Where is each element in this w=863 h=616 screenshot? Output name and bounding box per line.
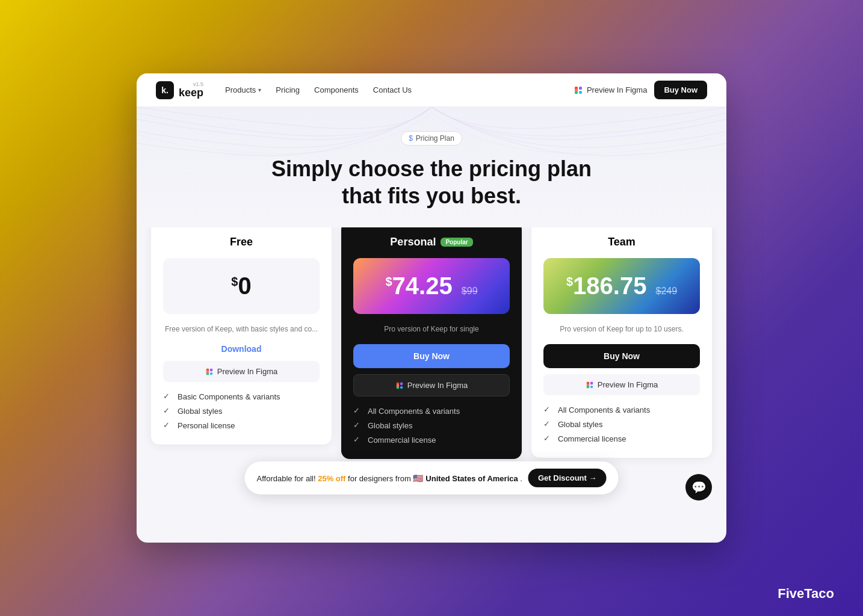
pricing-section: Free $0 Free version of Keep, with basic… [137, 221, 726, 477]
figma-icon-free [205, 368, 214, 376]
chat-bubble-button[interactable]: 💬 [685, 474, 712, 500]
price-amount-personal: $74.25 $99 [385, 273, 477, 299]
figma-icon-personal [395, 381, 404, 390]
toast-highlight: 25% off [318, 474, 345, 483]
svg-rect-1 [579, 87, 582, 90]
feature-item: ✓ Basic Components & variants [163, 392, 320, 401]
svg-point-3 [579, 91, 582, 94]
plan-desc-team: Pro version of Keep for up to 10 users. [543, 324, 700, 334]
check-icon: ✓ [163, 392, 173, 401]
feature-item: ✓ Commercial license [353, 435, 510, 445]
navbar: k. v1.5 keep Products ▾ Pricing Componen… [137, 73, 726, 107]
svg-point-13 [400, 386, 403, 388]
plan-card-free: Free $0 Free version of Keep, with basic… [151, 221, 332, 445]
price-box-personal: $74.25 $99 [353, 258, 510, 314]
check-icon: ✓ [543, 434, 553, 443]
nav-link-contact[interactable]: Contact Us [373, 85, 412, 94]
nav-link-products[interactable]: Products ▾ [225, 85, 261, 94]
logo-area: k. v1.5 keep [156, 81, 203, 99]
logo-name: keep [179, 87, 203, 98]
nav-buy-now-button[interactable]: Buy Now [654, 81, 707, 99]
logo-icon: k. [156, 81, 174, 99]
popular-badge: Popular [441, 238, 472, 247]
feature-item: ✓ All Components & variants [543, 405, 700, 414]
download-link[interactable]: Download [163, 344, 320, 354]
feature-list-free: ✓ Basic Components & variants ✓ Global s… [163, 392, 320, 430]
preview-figma-free[interactable]: Preview In Figma [163, 361, 320, 382]
nav-right: Preview In Figma Buy Now [574, 81, 707, 99]
feature-list-team: ✓ All Components & variants ✓ Global sty… [543, 405, 700, 443]
price-box-team: $186.75 $249 [543, 258, 700, 314]
feature-item: ✓ Global styles [163, 406, 320, 416]
feature-item: ✓ Commercial license [543, 434, 700, 443]
svg-rect-14 [397, 384, 399, 386]
pricing-plan-badge: $ Pricing Plan [401, 131, 462, 146]
nav-link-components[interactable]: Components [314, 85, 359, 94]
nav-links: Products ▾ Pricing Components Contact Us [225, 85, 574, 94]
check-icon: ✓ [163, 406, 173, 416]
fivetaco-label: FiveTaco [778, 586, 834, 602]
nav-link-pricing[interactable]: Pricing [276, 85, 300, 94]
check-icon: ✓ [543, 405, 553, 414]
svg-rect-19 [587, 383, 589, 386]
feature-list-personal: ✓ All Components & variants ✓ Global sty… [353, 406, 510, 445]
check-icon: ✓ [543, 419, 553, 429]
feature-item: ✓ Global styles [543, 419, 700, 429]
check-icon: ✓ [353, 435, 363, 445]
plan-desc-free: Free version of Keep, with basic styles … [163, 324, 320, 334]
toast-flag-icon: 🇺🇸 [413, 473, 425, 483]
hero-title: Simply choose the pricing plan that fits… [263, 155, 600, 209]
toast-bar: Affordable for all! 25% off for designer… [245, 461, 619, 494]
logo-text-area: v1.5 keep [179, 82, 203, 98]
svg-rect-16 [590, 381, 593, 384]
preview-figma-personal[interactable]: Preview In Figma [353, 374, 510, 396]
toast-country: United States of America [425, 474, 518, 483]
feature-item: ✓ Personal license [163, 420, 320, 430]
price-box-free: $0 [163, 258, 320, 314]
buy-now-button-team[interactable]: Buy Now [543, 344, 700, 368]
check-icon: ✓ [353, 420, 363, 430]
svg-point-8 [210, 372, 212, 374]
main-card: k. v1.5 keep Products ▾ Pricing Componen… [137, 73, 726, 543]
plan-desc-personal: Pro version of Keep for single [353, 324, 510, 334]
buy-now-button-personal[interactable]: Buy Now [353, 344, 510, 368]
figma-icon-team [586, 381, 594, 389]
chevron-down-icon: ▾ [258, 87, 261, 93]
plan-card-team: Team $186.75 $249 Pro version of Keep fo… [531, 221, 712, 458]
price-amount-team: $186.75 $249 [566, 273, 677, 299]
hero-section: $ Pricing Plan Simply choose the pricing… [137, 107, 726, 227]
plan-card-personal: Personal Popular $74.25 $99 Pro version … [341, 221, 522, 459]
toast-text: Affordable for all! 25% off for designer… [257, 473, 522, 483]
preview-figma-team[interactable]: Preview In Figma [543, 374, 700, 395]
get-discount-button[interactable]: Get Discount → [528, 469, 607, 487]
plan-name-team: Team [543, 236, 700, 248]
dollar-icon: $ [409, 134, 413, 143]
plan-name-free: Free [163, 236, 320, 248]
price-amount-free: $0 [231, 273, 251, 299]
svg-rect-4 [575, 88, 578, 91]
check-icon: ✓ [353, 406, 363, 416]
figma-icon [574, 85, 583, 95]
svg-rect-6 [210, 368, 212, 371]
feature-item: ✓ All Components & variants [353, 406, 510, 416]
chat-icon: 💬 [691, 480, 707, 494]
feature-item: ✓ Global styles [353, 420, 510, 430]
svg-rect-9 [206, 370, 209, 372]
svg-rect-11 [400, 382, 403, 384]
nav-preview-figma-button[interactable]: Preview In Figma [574, 85, 647, 95]
plan-name-personal: Personal Popular [353, 236, 510, 248]
check-icon: ✓ [163, 420, 173, 430]
svg-point-18 [590, 385, 593, 387]
